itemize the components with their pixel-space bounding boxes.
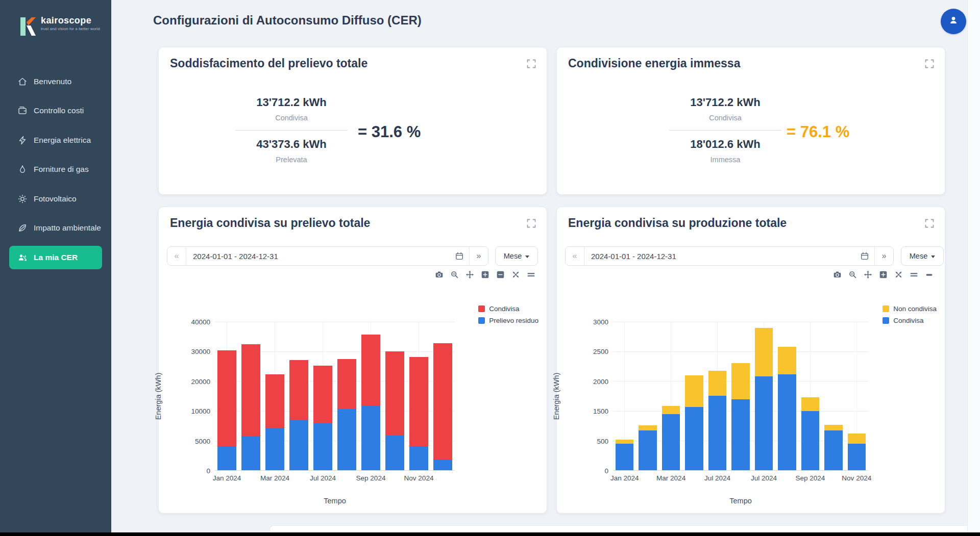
prev-icon[interactable]: « [566,247,584,265]
bar-segment-condivisa [848,444,866,471]
flame-icon [17,164,28,174]
bar-segment-non-condivisa [708,371,726,396]
bar-segment-non-condivisa [731,363,749,399]
interval-value: Mese [910,252,927,260]
sun-icon [17,194,28,204]
bar-segment-non-condivisa [639,425,656,431]
pan-icon[interactable] [465,270,474,279]
expand-icon[interactable] [924,59,935,69]
next-icon[interactable]: » [469,247,488,265]
plot-modebar [435,270,535,279]
autoscale-icon[interactable] [511,270,520,279]
bottom-window-edge [0,532,980,536]
zoom-in-icon[interactable] [879,270,888,279]
zoom-icon[interactable] [450,270,459,279]
bar-segment-non-condivisa [848,433,866,444]
y-tick-label: 0 [206,467,210,475]
bar-segment-condivisa [639,430,656,471]
denominator-label: Prelevata [220,156,363,164]
numerator-value: 13'712.2 kWh [220,96,363,109]
chevron-down-icon [931,256,935,258]
zoom-in-icon[interactable] [481,270,489,279]
expand-icon[interactable] [526,218,536,228]
camera-icon[interactable] [833,270,842,279]
bar-segment-condivisa [361,335,380,406]
autoscale-icon[interactable] [894,270,903,279]
interval-select[interactable]: Mese [495,246,538,266]
legend-item-condivisa[interactable]: Condivisa [883,317,937,324]
next-icon[interactable]: » [874,247,893,265]
date-range-value: 2024-01-01 - 2024-12-31 [186,252,278,261]
bar-segment-prelievo-residuo [313,423,332,471]
sidebar: kairoscope trust and vision for a better… [0,0,111,532]
page-title: Configurazioni di Autoconsumo Diffuso (C… [153,13,422,28]
y-axis-title: Energia (kWh) [551,322,561,471]
gridline [613,322,868,322]
card-title: Energia condivisa su produzione totale [568,216,787,230]
bar-segment-condivisa [616,444,633,471]
bar-segment-prelievo-residuo [337,409,356,471]
sidebar-item-energia-elettrica[interactable]: Energia elettrica [9,129,102,152]
wallet-icon [17,106,28,116]
kairoscope-logo-icon [20,17,36,36]
sidebar-item-impatto-ambientale[interactable]: Impatto ambientale [9,216,102,240]
x-tick-label: Sep 2024 [356,474,386,482]
y-tick-label: 2500 [593,348,608,355]
bar-segment-condivisa [685,407,703,471]
legend-swatch [478,305,485,312]
x-tick-label: Jul 2024 [704,474,730,482]
card-title: Soddisfacimento del prelievo totale [170,57,368,70]
bar-segment-prelievo-residuo [361,406,380,471]
fraction-divider [669,130,781,131]
pan-icon[interactable] [864,270,872,279]
y-tick-label: 1500 [593,407,608,415]
sidebar-item-label: Fotovoltaico [34,194,77,203]
interval-value: Mese [504,252,522,260]
chart-card-produzione: Energia condivisa su produzione totale «… [556,207,945,514]
legend-item-prelievo-residuo[interactable]: Prelievo residuo [478,317,538,324]
legend-swatch [478,317,485,324]
sidebar-item-la-mia-cer[interactable]: La mia CER [9,246,102,269]
y-axis-title: Energia (kWh) [153,322,163,471]
zoom-icon[interactable] [848,270,857,279]
bar-segment-prelievo-residuo [385,436,404,471]
chart-legend: Condivisa Prelievo residuo [478,305,538,324]
card-title: Energia condivisa su prelievo totale [170,216,370,230]
sidebar-item-benvenuto[interactable]: Benvenuto [9,70,102,93]
date-range-input[interactable]: 2024-01-01 - 2024-12-31 [186,247,469,265]
bar-segment-prelievo-residuo [217,446,236,471]
y-tick-label: 5000 [195,437,210,445]
x-axis-title: Tempo [613,497,868,505]
date-range-control: « 2024-01-01 - 2024-12-31 » [565,246,894,266]
bar-segment-non-condivisa [778,347,796,374]
bar-segment-condivisa [433,343,452,460]
sidebar-item-forniture-di-gas[interactable]: Forniture di gas [9,158,102,181]
reset-axes-icon[interactable] [910,270,918,279]
date-range-input[interactable]: 2024-01-01 - 2024-12-31 [584,247,874,265]
bar-segment-condivisa [337,359,356,409]
brand-tagline: trust and vision for a better world [41,27,100,31]
user-avatar-button[interactable] [941,9,966,34]
expand-icon[interactable] [924,218,935,228]
prev-icon[interactable]: « [167,247,186,265]
camera-icon[interactable] [435,270,444,279]
zoom-out-icon[interactable] [496,270,505,279]
sidebar-item-fotovoltaico[interactable]: Fotovoltaico [9,187,102,211]
bar-segment-condivisa [217,350,236,446]
sidebar-item-label: Forniture di gas [34,165,89,174]
fraction-divider [235,130,348,131]
interval-select[interactable]: Mese [901,246,944,266]
scrollbar-track[interactable] [967,0,980,532]
reset-axes-icon[interactable] [527,270,535,279]
expand-icon[interactable] [526,59,536,69]
date-range-control: « 2024-01-01 - 2024-12-31 » [167,246,488,266]
sidebar-item-controllo-costi[interactable]: Controllo costi [9,99,102,122]
drag-icon[interactable] [925,270,934,279]
card-title: Condivisione energia immessa [568,57,740,70]
y-tick-label: 40000 [191,318,210,326]
bar-segment-condivisa [778,374,796,471]
legend-item-condivisa[interactable]: Condivisa [478,305,538,313]
bar-segment-prelievo-residuo [409,446,428,471]
legend-item-non-condivisa[interactable]: Non condivisa [883,305,937,313]
main-content: Configurazioni di Autoconsumo Diffuso (C… [111,0,980,536]
